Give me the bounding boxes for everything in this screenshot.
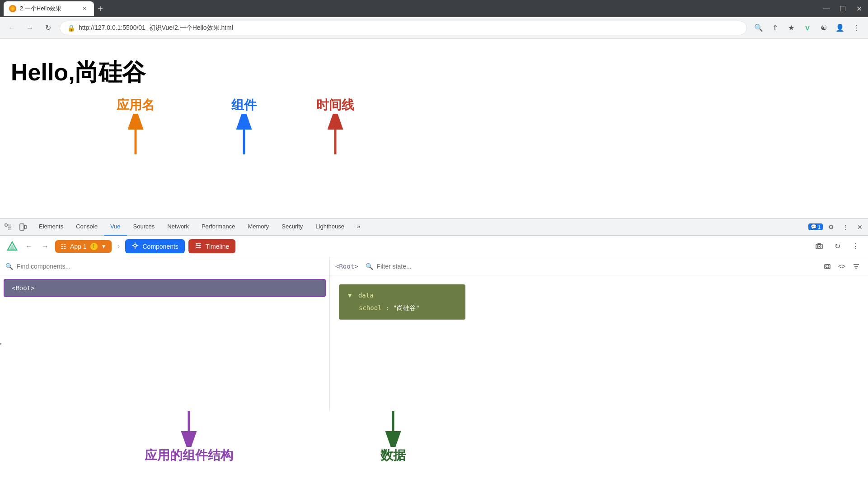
component-search[interactable]: 🔍 xyxy=(0,257,329,275)
data-section-header: ▼ data xyxy=(348,292,456,299)
screenshot-button[interactable] xyxy=(812,239,826,254)
vue-ext-icon[interactable]: V xyxy=(801,22,814,34)
expand-arrow[interactable]: ▶ xyxy=(0,339,2,348)
forward-button[interactable]: → xyxy=(23,22,36,34)
device-toggle-button[interactable] xyxy=(16,221,29,233)
vue-app-button[interactable]: ☷ App 1 ! ▼ xyxy=(55,240,112,253)
minimize-button[interactable]: — xyxy=(821,3,832,14)
profile-icon[interactable]: 👤 xyxy=(834,22,846,34)
component-tree: <Root> ▶ xyxy=(0,275,329,411)
screenshot-state-button[interactable] xyxy=(821,260,834,273)
devtools-actions: 💬 1 ⚙ ⋮ ✕ xyxy=(808,221,866,233)
components-btn-label: Components xyxy=(142,243,178,250)
inspect-button[interactable] xyxy=(2,221,14,233)
left-panel: 🔍 <Root> ▶ xyxy=(0,257,330,411)
close-button[interactable]: ✕ xyxy=(854,3,864,14)
tab-sources[interactable]: Sources xyxy=(127,218,161,236)
devtools-tabbar: Elements Console Vue Sources Network Per… xyxy=(0,218,868,236)
field-value: "尚硅谷" xyxy=(393,304,420,311)
component-arrow xyxy=(230,114,258,159)
root-component-item[interactable]: <Root> xyxy=(4,279,326,297)
vue-back-button[interactable]: ← xyxy=(23,240,35,253)
menu-icon[interactable]: ⋮ xyxy=(850,22,863,34)
tab-vue[interactable]: Vue xyxy=(104,218,127,236)
page-content: Hello,尚硅谷 xyxy=(0,39,868,93)
components-icon xyxy=(131,242,139,251)
vue-toolbar: ← → ☷ App 1 ! ▼ › Comp xyxy=(0,236,868,257)
timeline-label: 时间线 xyxy=(316,97,354,114)
svg-text:⚡: ⚡ xyxy=(11,7,15,11)
tab-security[interactable]: Security xyxy=(275,218,309,236)
address-input[interactable]: 🔒 http://127.0.0.1:5500/01_初识Vue/2.一个Hel… xyxy=(60,21,747,35)
extensions-icon[interactable]: ☯ xyxy=(817,22,830,34)
maximize-button[interactable]: ☐ xyxy=(837,3,848,14)
tab-performance[interactable]: Performance xyxy=(195,218,241,236)
reload-button[interactable]: ↻ xyxy=(42,22,54,34)
bottom-annotations: 应用的组件结构 数据 xyxy=(0,411,868,483)
vue-forward-button[interactable]: → xyxy=(39,240,52,253)
data-box: ▼ data school : "尚硅谷" xyxy=(339,284,465,320)
vue-more-button[interactable]: ⋮ xyxy=(848,239,863,254)
svg-rect-25 xyxy=(199,245,200,246)
search-input[interactable] xyxy=(17,263,324,270)
settings-button[interactable]: ⚙ xyxy=(825,221,837,233)
timeline-icon xyxy=(195,242,202,251)
devtools-main-panels: 🔍 <Root> ▶ <Root> 🔍 xyxy=(0,257,868,411)
data-label: 数据 xyxy=(380,447,406,464)
warning-icon: ! xyxy=(90,243,98,250)
svg-point-30 xyxy=(826,265,829,268)
vue-components-button[interactable]: Components xyxy=(125,239,184,253)
tab-lighthouse[interactable]: Lighthouse xyxy=(309,218,351,236)
panel-actions: <> xyxy=(821,260,863,273)
tab-elements[interactable]: Elements xyxy=(33,218,70,236)
timeline-annotation: 时间线 xyxy=(316,97,354,159)
code-view-button[interactable]: <> xyxy=(835,260,848,273)
back-button[interactable]: ← xyxy=(5,22,18,34)
devtools-panel: Elements Console Vue Sources Network Per… xyxy=(0,218,868,483)
filter-button[interactable] xyxy=(850,260,863,273)
vue-toolbar-right: ↻ ⋮ xyxy=(812,239,863,254)
refresh-button[interactable]: ↻ xyxy=(830,239,845,254)
full-page: ⚡ 2.一个Hello效果 × + — ☐ ✕ ← → ↻ 🔒 http://1… xyxy=(0,0,868,483)
bookmark-icon[interactable]: ★ xyxy=(785,22,798,34)
tab-title: 2.一个Hello效果 xyxy=(20,5,61,13)
app-icon: ☷ xyxy=(61,243,66,250)
share-icon[interactable]: ⇧ xyxy=(769,22,781,34)
filter-input[interactable] xyxy=(377,263,456,270)
devtools-more-button[interactable]: ⋮ xyxy=(839,221,852,233)
structure-arrow xyxy=(175,411,202,447)
root-label: <Root> xyxy=(335,263,358,270)
state-content: ▼ data school : "尚硅谷" xyxy=(330,275,868,329)
timeline-btn-label: Timeline xyxy=(206,243,229,250)
right-panel: <Root> 🔍 <> xyxy=(330,257,868,411)
data-key: data xyxy=(358,292,374,299)
titlebar: ⚡ 2.一个Hello效果 × + — ☐ ✕ xyxy=(0,0,868,17)
state-search[interactable]: <Root> 🔍 <> xyxy=(330,257,868,275)
tab-close-button[interactable]: × xyxy=(80,5,89,13)
titlebar-controls: — ☐ ✕ xyxy=(821,3,864,14)
app-name-label: 应用名 xyxy=(117,97,155,114)
svg-rect-13 xyxy=(24,225,26,229)
svg-point-27 xyxy=(819,246,820,247)
field-colon: : xyxy=(385,304,393,311)
structure-annotation: 应用的组件结构 xyxy=(145,411,233,464)
new-tab-button[interactable]: + xyxy=(94,2,107,15)
search-icon[interactable]: 🔍 xyxy=(752,22,765,34)
tab-memory[interactable]: Memory xyxy=(241,218,275,236)
tab-more[interactable]: » xyxy=(351,218,366,236)
tab-network[interactable]: Network xyxy=(161,218,195,236)
svg-rect-8 xyxy=(5,224,7,226)
data-annotation: 数据 xyxy=(380,411,407,464)
data-arrow xyxy=(380,411,407,447)
active-tab[interactable]: ⚡ 2.一个Hello效果 × xyxy=(4,1,94,16)
devtools-close-button[interactable]: ✕ xyxy=(854,221,866,233)
tab-console[interactable]: Console xyxy=(70,218,104,236)
dropdown-icon: ▼ xyxy=(101,243,107,250)
filter-search-icon: 🔍 xyxy=(366,263,373,270)
app-btn-label: App 1 xyxy=(70,243,87,250)
svg-point-16 xyxy=(134,244,136,247)
vue-timeline-button[interactable]: Timeline xyxy=(188,239,235,253)
messages-badge[interactable]: 💬 1 xyxy=(808,223,823,230)
vue-logo xyxy=(5,240,19,253)
security-icon: 🔒 xyxy=(67,24,75,32)
